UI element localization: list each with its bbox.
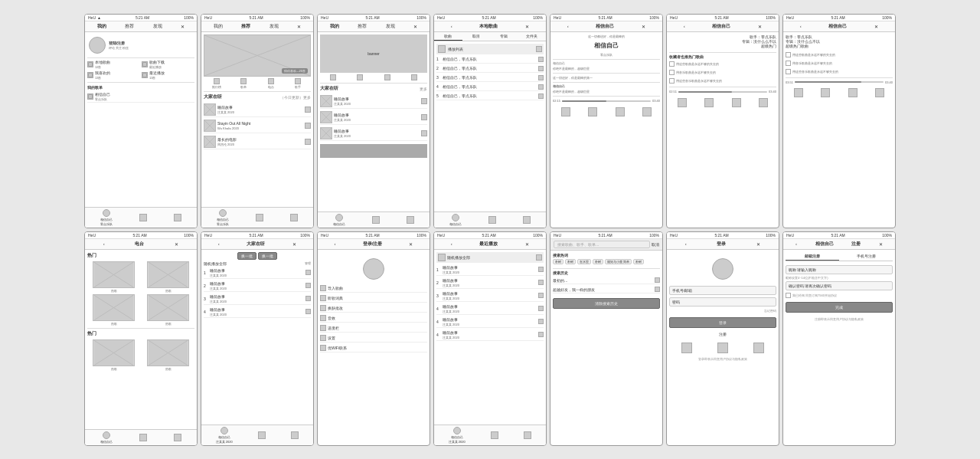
loop-icon-3[interactable] (875, 88, 884, 97)
reg-nickname-input[interactable]: 昵称 请输入昵称 (786, 265, 893, 274)
s3-recommend-1[interactable]: 用这些歌曲是永远不够的失去的 (786, 51, 893, 58)
recent-song-5[interactable]: 4 睡前故事 注某某 2020 (436, 316, 544, 328)
register-tab-phone[interactable]: 手机号注册 (839, 252, 893, 261)
back-btn-8[interactable]: ‹ (103, 241, 105, 246)
play-all-action[interactable] (536, 46, 542, 52)
manage-link[interactable]: 管理 (305, 261, 311, 265)
l-action-3[interactable] (305, 296, 311, 301)
tab-icon-3[interactable] (256, 214, 263, 221)
recommend-song-3[interactable]: 用这些音乐歌曲是永远不够失去的 (669, 77, 776, 84)
s3-checkbox-2[interactable] (786, 61, 791, 66)
progress-bar-3[interactable] (795, 81, 884, 83)
nav-close-13[interactable]: ✕ (756, 241, 760, 247)
nav-recommend-1[interactable]: 推荐 (125, 23, 134, 30)
song-action-1[interactable] (305, 107, 311, 113)
tab-collection[interactable]: 取目 (462, 32, 491, 41)
forgot-pwd[interactable]: 忘记密码 (669, 309, 776, 313)
local-song-action-3[interactable] (421, 130, 427, 136)
recommend-song-2[interactable]: 用音乐歌曲是永远不够失去的 (669, 69, 776, 76)
tab-profile-9[interactable]: 相信自己 注某某 2020 (216, 427, 233, 444)
next-icon[interactable] (616, 107, 625, 116)
play-icon-3[interactable] (821, 88, 830, 97)
more-link-1[interactable]: （今日更新）更多 (280, 95, 311, 100)
play-icon[interactable] (588, 107, 597, 116)
prev-icon[interactable] (561, 107, 570, 116)
menu-download[interactable]: 歌曲下载 最近播放 (142, 60, 194, 69)
back-btn-10[interactable]: ‹ (335, 241, 336, 246)
tab-profile-4[interactable]: 相信自己 (449, 214, 462, 226)
progress-bar-2[interactable] (678, 91, 767, 93)
song-item-1[interactable]: 睡前故事 注某某 2020 (204, 103, 311, 117)
r-action-3[interactable] (538, 293, 544, 298)
recent-song-4[interactable]: 4 睡前故事 注某某 2020 (436, 303, 544, 315)
local-cat-1[interactable] (320, 74, 346, 80)
local-cat-3[interactable] (374, 74, 400, 80)
back-btn-5[interactable]: ‹ (567, 24, 569, 28)
local-song-action-1[interactable] (421, 98, 427, 104)
nav-close-14[interactable]: ✕ (879, 241, 883, 247)
menu-favorite[interactable]: 我喜欢的 13首 (87, 70, 140, 80)
s3-recommend-3[interactable]: 用这些音乐歌曲是永远不够失去的 (786, 68, 893, 75)
phone-input[interactable]: 手机号/邮箱 (669, 286, 776, 295)
register-tab-email[interactable]: 邮箱注册 (786, 252, 839, 261)
tab-profile-3[interactable]: 相信自己 (333, 214, 345, 226)
nav-my-1[interactable]: 我的 (97, 23, 106, 30)
s3-checkbox-3[interactable] (786, 69, 791, 74)
recent-play-icon[interactable] (438, 254, 446, 261)
radio-item-4[interactable]: 热歌 (142, 294, 194, 326)
nav-close-9[interactable]: ✕ (292, 241, 296, 247)
reg-email-input[interactable]: 确认密码 请再次确认密码 (786, 281, 893, 290)
local-song-1[interactable]: 睡前故事 注某某 2020 (320, 94, 427, 109)
shuffle-btn-1[interactable]: 换一批 (237, 252, 256, 260)
nav-discover-3[interactable]: 发现 (386, 23, 395, 30)
back-btn-13[interactable]: ‹ (685, 241, 687, 246)
search-input[interactable]: 搜索歌曲、歌手、歌单... (554, 241, 650, 248)
local-song-3[interactable]: 睡前故事 注某某 2020 (320, 126, 427, 141)
tab-song-action-3[interactable] (538, 75, 544, 80)
tag-6[interactable]: 朴树 (633, 259, 644, 264)
recent-action[interactable] (536, 254, 542, 261)
local-cat-2[interactable] (348, 74, 374, 80)
prev-icon-2[interactable] (678, 98, 687, 107)
nav-close-4[interactable]: ✕ (525, 24, 529, 29)
tab-icon-7[interactable] (488, 216, 496, 224)
cat-charts[interactable]: 推行榜 (204, 78, 230, 89)
local-more[interactable]: 更多 (420, 87, 427, 91)
h-close-1[interactable] (655, 277, 660, 283)
nav-close-3[interactable]: ✕ (413, 24, 417, 29)
tab-icon-11[interactable] (258, 431, 266, 439)
tab-icon-10[interactable] (174, 434, 181, 441)
menu-recent[interactable]: 最近播放 13首 (142, 70, 194, 80)
next-icon-3[interactable] (848, 88, 858, 97)
nav-recommend-3[interactable]: 推荐 (358, 23, 367, 30)
back-btn-7[interactable]: ‹ (800, 24, 802, 28)
tab-song-item-5[interactable]: 5 相信自己，零点乐队 (436, 93, 544, 100)
tab-profile-11[interactable]: 相信自己 注某某 2020 (449, 427, 466, 444)
radio-item-1[interactable]: 热歌 (87, 261, 140, 293)
login-submit-btn[interactable]: 登录 (669, 317, 776, 328)
s3-checkbox-1[interactable] (786, 52, 791, 57)
login-menu-5[interactable]: 进度栏 (320, 324, 427, 333)
qq-login-icon[interactable] (717, 343, 728, 353)
tab-song-item-3[interactable]: 3 相信自己，零点乐队 (436, 74, 544, 82)
song-action-2[interactable] (305, 123, 311, 129)
recommend-song-1[interactable]: 用这些歌曲是永远不够的失去的 (669, 61, 776, 67)
tab-album[interactable]: 专辑 (490, 32, 518, 41)
cat-radio[interactable]: 电台 (258, 78, 284, 89)
play-all-icon[interactable] (438, 45, 446, 53)
nav-discover-1[interactable]: 发现 (153, 23, 162, 30)
register-link[interactable]: 注册 (669, 332, 776, 336)
login-menu-2[interactable]: 听歌词典 (320, 294, 427, 303)
nav-close-5[interactable]: ✕ (642, 24, 645, 29)
cat-anchor[interactable]: 歌手 (286, 78, 312, 89)
tag-5[interactable]: 规矩与小鹿 简单 (605, 259, 632, 264)
tab-profile-1[interactable]: 相信自己 零点乐队 (100, 209, 113, 226)
s3-recommend-2[interactable]: 用音乐歌曲是永远不够失去的 (786, 60, 893, 67)
tab-icon-8[interactable] (523, 216, 531, 224)
tab-profile-8[interactable]: 相信自己 (100, 431, 113, 444)
radio-item-6[interactable]: 热歌 (142, 339, 194, 371)
history-item-1[interactable]: 最初的... (553, 277, 660, 284)
listening-song-4[interactable]: 4 睡前故事 注某某 2020 (204, 307, 311, 318)
nav-my-2[interactable]: 我的 (214, 23, 223, 30)
tag-3[interactable]: 在水里 (577, 259, 591, 264)
